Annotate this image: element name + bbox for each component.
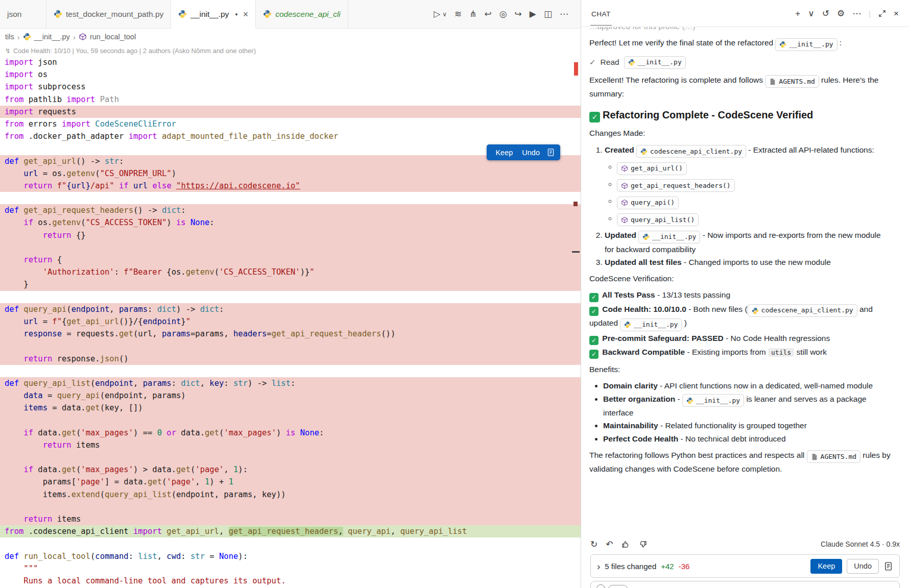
file-chip[interactable]: AGENTS.md xyxy=(765,75,819,88)
open-changes-icon[interactable] xyxy=(546,148,555,157)
overview-ruler[interactable] xyxy=(571,45,581,588)
paragraph: Changes Made: xyxy=(589,127,892,139)
tab-__init__.py[interactable]: __init__.py●× xyxy=(171,0,256,29)
python-icon xyxy=(686,397,693,404)
tab-label: __init__.py xyxy=(190,10,229,19)
code-line: if data.get('max_pages') > data.get('pag… xyxy=(0,463,581,476)
more-actions-button[interactable]: ⋯ xyxy=(560,10,568,18)
code-line: def run_local_tool(command: list, cwd: s… xyxy=(0,550,581,562)
file-chip[interactable]: codescene_api_client.py xyxy=(748,304,857,317)
file-chip[interactable]: codescene_api_client.py xyxy=(636,145,746,158)
back-icon[interactable]: ↩ xyxy=(485,10,492,18)
code-line: data = query_api(endpoint, params) xyxy=(0,389,581,402)
deleted-region-marker xyxy=(574,62,578,76)
code-editor[interactable]: ↯ Code Health: 10/10 | You, 59 seconds a… xyxy=(0,45,581,588)
text: still work xyxy=(794,348,827,356)
text: - No technical debt introduced xyxy=(678,434,785,443)
text: : xyxy=(838,38,842,47)
model-picker[interactable]: Claude Sonnet 4.5 · 0.9x xyxy=(821,540,900,548)
run-python-button[interactable]: ▷ xyxy=(434,10,440,18)
regenerate-icon[interactable]: ↻ xyxy=(590,540,597,549)
symbol-icon xyxy=(621,199,628,206)
tab-label: codescene_api_cli xyxy=(275,10,341,19)
more-icon[interactable]: ⋯ xyxy=(852,9,861,18)
undo-button[interactable]: Undo xyxy=(518,149,543,157)
thumbs-down-icon[interactable] xyxy=(638,540,647,549)
chat-messages[interactable]: …approved for this profile (…)Perfect! L… xyxy=(581,27,909,535)
check-icon: ✓ xyxy=(589,57,596,68)
file-chip[interactable]: query_api_list() xyxy=(617,213,699,226)
history-icon[interactable]: ↺ xyxy=(822,9,829,18)
split-editor-icon[interactable]: ◫ xyxy=(544,10,552,18)
check-emoji: ✓ xyxy=(589,350,599,359)
code-line xyxy=(0,451,581,463)
text: - xyxy=(675,395,682,403)
record-icon[interactable]: ◎ xyxy=(499,10,507,18)
file-chip[interactable]: AGENTS.md xyxy=(807,450,860,463)
scroll-position-marker xyxy=(572,251,580,253)
settings-gear-icon[interactable]: ⚙ xyxy=(837,9,845,18)
expand-icon[interactable] xyxy=(878,10,886,17)
tab-codescene_api_cli[interactable]: codescene_api_cli xyxy=(256,0,348,28)
code-line: def query_api(endpoint, params: dict) ->… xyxy=(0,303,581,315)
tab-bar: jsontest_docker_mount_path.py__init__.py… xyxy=(0,0,581,29)
file-chip[interactable]: __init__.py xyxy=(682,394,744,407)
chat-input[interactable] xyxy=(590,581,900,588)
new-chat-button[interactable]: + xyxy=(795,9,800,18)
chat-header: CHAT +∨↺⚙⋯|× xyxy=(581,0,909,27)
close-icon[interactable]: × xyxy=(243,10,249,19)
file-chip[interactable]: __init__.py xyxy=(624,56,686,69)
breadcrumb-item[interactable]: __init__.py xyxy=(34,33,70,41)
view-changes-icon[interactable] xyxy=(883,561,893,571)
code-line: return {} xyxy=(0,229,581,241)
codelens[interactable]: ↯ Code Health: 10/10 | You, 59 seconds a… xyxy=(0,45,581,56)
code-line: """ xyxy=(0,562,581,575)
code-line: url = os.getenv("CS_ONPREM_URL") xyxy=(0,167,581,180)
forward-icon[interactable]: ↪ xyxy=(515,10,522,18)
chevron-down-icon[interactable]: ∨ xyxy=(808,9,814,18)
undo-all-button[interactable]: Undo xyxy=(847,559,879,574)
code-line: items.extend(query_api_list(endpoint, pa… xyxy=(0,488,581,501)
code-lines: import jsonimport osimport subprocessfro… xyxy=(0,56,581,587)
code-line xyxy=(0,365,581,377)
code-line: } xyxy=(0,278,581,290)
context-pill[interactable] xyxy=(608,585,628,588)
branch-icon[interactable]: ⋔ xyxy=(469,10,476,18)
text: - Existing imports from xyxy=(685,348,768,356)
code-line: import os xyxy=(0,68,581,81)
list-item: query_api_list() xyxy=(617,212,892,227)
keep-all-button[interactable]: Keep xyxy=(810,559,842,574)
code-line xyxy=(0,192,581,204)
thumbs-up-icon[interactable] xyxy=(621,540,630,549)
interactive-window-icon[interactable]: ≋ xyxy=(454,10,462,18)
tab-json[interactable]: json xyxy=(0,0,46,28)
tool-call-row[interactable]: ✓Read__init__.py xyxy=(589,56,892,69)
file-chip[interactable]: get_api_url() xyxy=(617,162,687,175)
file-chip[interactable]: __init__.py xyxy=(620,318,682,331)
codelens-text: Code Health: 10/10 | You, 59 seconds ago… xyxy=(13,47,256,55)
check-emoji: ✓ xyxy=(589,336,599,345)
code-line: def query_api_list(endpoint, params: dic… xyxy=(0,377,581,389)
file-chip[interactable]: __init__.py xyxy=(638,231,700,243)
text: - 13/13 tests passing xyxy=(655,290,730,299)
python-icon xyxy=(178,10,187,18)
chip-label: AGENTS.md xyxy=(821,452,856,462)
run-below-icon[interactable]: ▶ xyxy=(530,10,536,18)
close-icon[interactable]: × xyxy=(894,9,899,18)
file-chip[interactable]: get_api_request_headers() xyxy=(617,179,735,192)
file-chip[interactable]: __init__.py xyxy=(775,38,837,51)
code-line xyxy=(0,241,581,254)
breadcrumb-item[interactable]: tils xyxy=(5,33,14,41)
chip-label: AGENTS.md xyxy=(779,77,815,87)
tab-test_docker_mount_path.py[interactable]: test_docker_mount_path.py xyxy=(46,0,171,28)
breadcrumb-item[interactable]: run_local_tool xyxy=(90,33,136,41)
add-context-icon[interactable] xyxy=(596,584,605,588)
retry-icon[interactable]: ↶ xyxy=(606,540,613,549)
file-chip[interactable]: query_api() xyxy=(617,197,679,209)
keep-button[interactable]: Keep xyxy=(492,149,516,157)
text: Refactoring Complete - CodeScene Verifie… xyxy=(603,109,813,120)
run-dropdown[interactable]: ∨ xyxy=(442,11,447,17)
editor-pane: jsontest_docker_mount_path.py__init__.py… xyxy=(0,0,581,588)
chevron-right-icon[interactable]: › xyxy=(597,561,600,571)
diff-marker xyxy=(573,202,578,206)
